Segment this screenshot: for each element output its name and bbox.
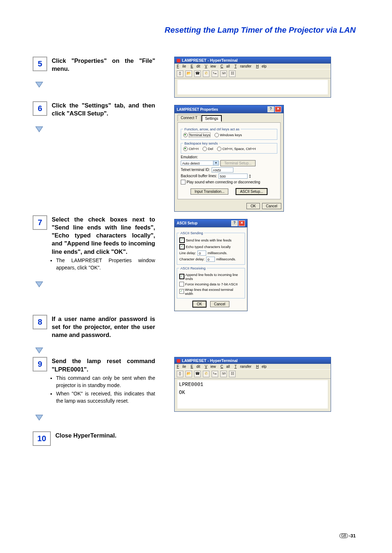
wrap-lines-checkbox[interactable]: ✓Wrap lines that exceed terminal width	[179, 288, 240, 296]
menu-edit[interactable]: Edit	[191, 365, 200, 369]
backscroll-input[interactable]: 500	[219, 174, 248, 179]
radio-terminal-keys[interactable]: Terminal keys	[183, 133, 211, 137]
menu-file[interactable]: File	[177, 365, 186, 369]
connect-icon[interactable]: ☎	[194, 70, 201, 77]
emulation-combo[interactable]: Auto detect▾	[181, 160, 219, 166]
app-icon	[177, 59, 180, 62]
terminal-setup-button: Terminal Setup...	[220, 160, 256, 166]
open-icon[interactable]: 📂	[185, 371, 192, 377]
help-icon[interactable]: ?	[268, 106, 274, 112]
step-6: 6 Click the "Settings" tab, and then cli…	[33, 101, 160, 118]
down-arrow-icon	[35, 413, 44, 422]
tab-connect-to[interactable]: Connect T	[177, 115, 201, 121]
line-delay-input[interactable]: 0	[197, 251, 206, 256]
receive-icon[interactable]: ⮒	[220, 371, 227, 377]
input-translation-button[interactable]: Input Translation...	[191, 188, 228, 195]
step-number: 9	[33, 357, 47, 371]
cancel-button[interactable]: Cancel	[210, 301, 229, 307]
step-10: 10 Close HyperTerminal.	[33, 431, 160, 446]
chevron-down-icon[interactable]: ▾	[213, 160, 219, 166]
step-7: 7 Select the check boxes next to "Send l…	[33, 215, 160, 273]
send-icon[interactable]: ⮑	[212, 70, 218, 77]
backscroll-label: Backscroll buffer lines:	[181, 174, 217, 178]
menu-call[interactable]: Call	[221, 365, 230, 369]
radio-windows-keys[interactable]: Windows keys	[215, 133, 242, 137]
step-number: 5	[33, 57, 47, 71]
close-icon[interactable]: ✕	[238, 220, 245, 226]
ok-button[interactable]: OK	[246, 203, 260, 209]
menu-file[interactable]: File	[177, 64, 186, 68]
step-5: 5 Click "Properties" on the "File" menu.	[33, 57, 160, 73]
window-titlebar: LAMPRESET - HyperTerminal	[175, 57, 331, 64]
radio-del[interactable]: Del	[203, 147, 213, 151]
dialog-title: LAMPRESET Properties	[177, 107, 218, 111]
new-icon[interactable]: ▯	[177, 371, 183, 377]
emulation-row: Emulation:	[181, 155, 277, 159]
hyperterminal-window-output: LAMPRESET - HyperTerminal File Edit View…	[174, 357, 331, 412]
radio-ctrlh[interactable]: Ctrl+H	[183, 147, 199, 151]
step-number: 6	[33, 101, 47, 116]
cancel-button[interactable]: Cancel	[262, 203, 281, 209]
svg-marker-2	[36, 282, 42, 287]
dialog-titlebar: ASCII Setup ? ✕	[175, 219, 247, 227]
force-7bit-checkbox[interactable]: Force incoming data to 7-bit ASCII	[179, 282, 238, 286]
dialog-titlebar: LAMPRESET Properties ? ✕	[175, 105, 283, 113]
ascii-setup-button[interactable]: ASCII Setup...	[236, 188, 267, 195]
receive-icon[interactable]: ⮒	[220, 70, 227, 77]
menubar[interactable]: File Edit View Call Transfer Help	[175, 64, 331, 69]
disconnect-icon[interactable]: ✆	[203, 371, 209, 377]
menubar[interactable]: File Edit View Call Transfer Help	[175, 364, 331, 369]
step-text: Click the "Settings" tab, and then click…	[52, 102, 155, 117]
char-delay-input[interactable]: 0	[206, 257, 215, 262]
step-text: If a user name and/or password is set fo…	[52, 316, 155, 338]
menu-help[interactable]: Help	[256, 64, 266, 68]
function-keys-group: Function, arrow, and ctrl keys act as Te…	[181, 127, 277, 140]
svg-marker-1	[36, 126, 42, 131]
menu-transfer[interactable]: Transfer	[234, 365, 252, 369]
append-line-feeds-checkbox[interactable]: ✓Append line feeds to incoming line ends	[179, 273, 240, 281]
send-line-ends-checkbox[interactable]: ✓Send line ends with line feeds	[179, 237, 232, 243]
help-icon[interactable]: ?	[231, 220, 238, 226]
disconnect-icon[interactable]: ✆	[203, 70, 209, 77]
terminal-client-area	[175, 78, 331, 97]
step-number: 7	[33, 215, 47, 230]
app-icon	[177, 359, 180, 363]
properties-icon[interactable]: ☷	[229, 70, 236, 77]
new-icon[interactable]: ▯	[177, 70, 183, 77]
svg-marker-0	[36, 82, 42, 87]
unit-label: milliseconds.	[208, 251, 227, 255]
menu-help[interactable]: Help	[256, 365, 266, 369]
down-arrow-icon	[35, 125, 44, 134]
step-note: When "OK" is received, this indicates th…	[56, 390, 155, 404]
menu-call[interactable]: Call	[221, 64, 230, 68]
connect-icon[interactable]: ☎	[194, 371, 201, 377]
down-arrow-icon	[35, 280, 44, 289]
play-sound-checkbox[interactable]: Play sound when connecting or disconnect…	[181, 180, 260, 184]
send-icon[interactable]: ⮑	[212, 371, 218, 377]
menu-view[interactable]: View	[205, 64, 216, 68]
menu-view[interactable]: View	[205, 365, 216, 369]
char-delay-label: Character delay:	[179, 257, 205, 261]
telnet-id-input[interactable]: ANSI	[212, 167, 233, 172]
step-9: 9 Send the lamp reset command "LPRE0001"…	[33, 357, 160, 406]
menu-transfer[interactable]: Transfer	[234, 64, 252, 68]
echo-locally-checkbox[interactable]: ✓Echo typed characters locally	[179, 244, 231, 249]
ok-button[interactable]: OK	[192, 301, 206, 308]
step-text: Select the check boxes next to "Send lin…	[52, 216, 155, 255]
dialog-title: ASCII Setup	[177, 221, 197, 225]
ascii-receiving-group: ASCII Receiving ✓Append line feeds to in…	[177, 266, 245, 298]
step-number: 10	[33, 431, 51, 446]
radio-ctrlh-space[interactable]: Ctrl+H, Space, Ctrl+H	[217, 147, 256, 151]
lampreset-properties-dialog: LAMPRESET Properties ? ✕ Connect T Setti…	[174, 105, 284, 212]
tab-settings[interactable]: Settings	[201, 115, 222, 122]
step-note: This command can only be sent when the p…	[56, 375, 155, 389]
toolbar: ▯ 📂 ☎ ✆ ⮑ ⮒ ☷	[175, 369, 331, 379]
svg-marker-4	[36, 415, 42, 420]
menu-edit[interactable]: Edit	[191, 64, 200, 68]
spinner-down-icon[interactable]: ▼	[249, 176, 251, 178]
open-icon[interactable]: 📂	[185, 70, 192, 77]
close-icon[interactable]: ✕	[275, 106, 281, 112]
ascii-setup-dialog: ASCII Setup ? ✕ ASCII Sending ✓Send line…	[174, 219, 248, 311]
hyperterminal-window: LAMPRESET - HyperTerminal File Edit View…	[174, 57, 331, 98]
properties-icon[interactable]: ☷	[229, 371, 236, 377]
